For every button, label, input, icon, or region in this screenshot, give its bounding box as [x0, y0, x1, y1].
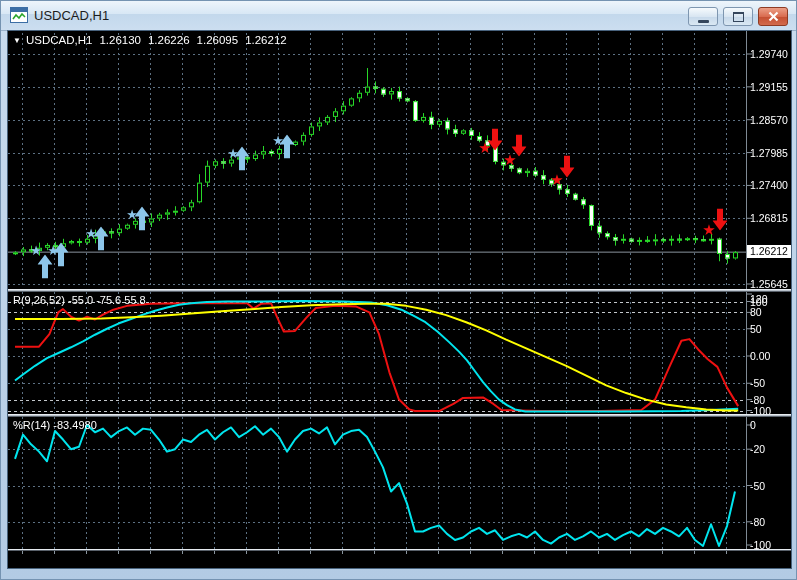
chart-window: USDCAD,H1 ▼USDCAD,H11.261301.262261.2609… — [0, 0, 797, 580]
indicator1-axis-label: 80 — [750, 306, 762, 318]
minimize-button[interactable] — [688, 7, 718, 26]
ohlc-low: 1.26095 — [197, 34, 239, 46]
price-axis-label: 1.27400 — [750, 179, 788, 191]
current-price-tag: 1.26212 — [747, 245, 791, 258]
window-title: USDCAD,H1 — [34, 8, 109, 23]
close-button[interactable] — [758, 7, 788, 26]
price-axis-label: 1.29740 — [750, 48, 788, 60]
pane-divider[interactable] — [8, 289, 791, 292]
restore-button[interactable] — [723, 7, 753, 26]
price-axis-label: 1.27985 — [750, 147, 788, 159]
chart-client-area: ▼USDCAD,H11.261301.262261.260951.26212 R… — [8, 31, 791, 568]
chart-window-icon — [10, 7, 28, 24]
pane-divider[interactable] — [8, 549, 791, 551]
indicator1-axis-label: 50 — [750, 323, 762, 335]
indicator2-axis-label: 0 — [750, 419, 756, 431]
indicator2-axis-label: -20 — [750, 443, 765, 455]
indicator1-axis-label: -50 — [750, 377, 765, 389]
ohlc-close: 1.26212 — [245, 34, 287, 46]
minimize-icon — [698, 20, 709, 23]
close-icon — [768, 11, 779, 22]
indicator2-axis-label: -50 — [750, 480, 765, 492]
ohlc-high: 1.26226 — [148, 34, 190, 46]
price-axis-label: 1.28570 — [750, 114, 788, 126]
indicator1-axis-label: 0.00 — [750, 350, 770, 362]
title-bar[interactable]: USDCAD,H1 — [1, 1, 796, 31]
chart-header: ▼USDCAD,H11.261301.262261.260951.26212 — [13, 34, 294, 46]
ohlc-open: 1.26130 — [99, 34, 141, 46]
indicator2-label: %R(14) -83.4980 — [13, 419, 97, 431]
time-axis[interactable]: 18 Aug 202119 Aug 01:0019 Aug 09:0019 Au… — [8, 551, 791, 568]
price-axis-label: 1.26815 — [750, 212, 788, 224]
price-axis-label: 1.29155 — [750, 81, 788, 93]
chart-symbol-period: USDCAD,H1 — [26, 34, 92, 46]
restore-icon — [733, 12, 744, 22]
window-controls — [688, 7, 788, 26]
chevron-down-icon[interactable]: ▼ — [13, 36, 21, 45]
indicator2-axis-label: -80 — [750, 516, 765, 528]
indicator1-label: R(9,26,52) -55.0 -75.6 55.8 — [13, 294, 146, 306]
pane-divider[interactable] — [8, 414, 791, 417]
